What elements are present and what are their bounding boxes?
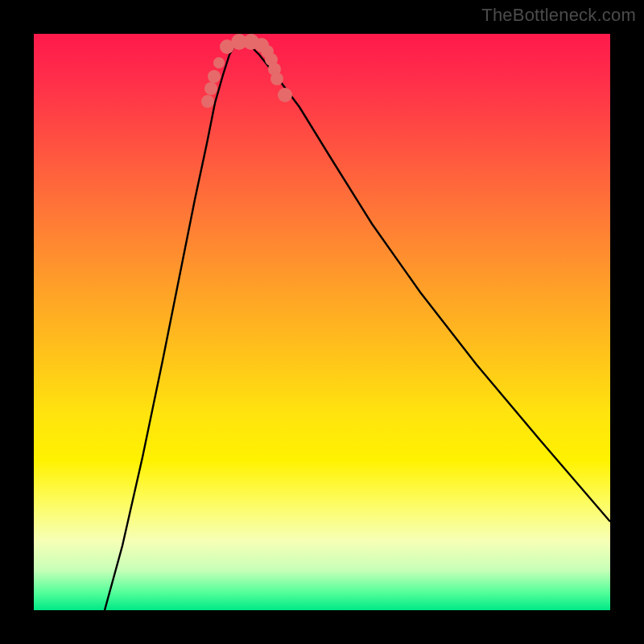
data-marker <box>270 72 283 85</box>
chart-frame: TheBottleneck.com <box>0 0 644 644</box>
data-marker <box>213 57 225 68</box>
curve-svg <box>34 34 610 610</box>
data-marker <box>278 88 292 102</box>
data-marker <box>208 70 221 83</box>
bottleneck-curve <box>105 43 610 610</box>
data-marker <box>201 95 214 108</box>
watermark-text: TheBottleneck.com <box>481 5 636 26</box>
plot-area <box>34 34 610 610</box>
data-marker <box>204 82 217 95</box>
data-markers <box>201 34 292 108</box>
